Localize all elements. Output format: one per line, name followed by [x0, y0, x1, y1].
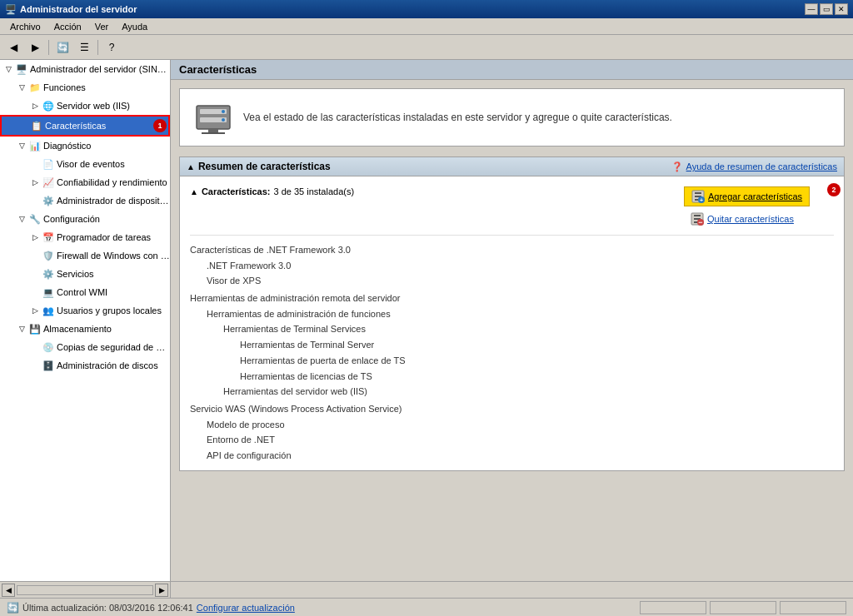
sidebar-item-copias[interactable]: 💿 Copias de seguridad de Win — [0, 338, 170, 356]
back-button[interactable]: ◀ — [3, 38, 23, 57]
confiabilidad-icon: 📈 — [42, 176, 55, 189]
help-link[interactable]: ❓ Ayuda de resumen de características — [671, 161, 837, 172]
forward-button[interactable]: ▶ — [25, 38, 45, 57]
sidebar-scroll: ◀ ▶ — [0, 582, 171, 598]
sidebar-item-confiabilidad[interactable]: ▷ 📈 Confiabilidad y rendimiento — [0, 173, 170, 191]
sidebar-item-programador[interactable]: ▷ 📅 Programador de tareas — [0, 228, 170, 246]
expand-programador[interactable]: ▷ — [28, 233, 42, 241]
sidebar-label-firewall: Firewall de Windows con se — [57, 251, 170, 261]
almacenamiento-icon: 💾 — [28, 322, 42, 335]
expand-usuarios[interactable]: ▷ — [28, 306, 42, 315]
sidebar-item-firewall[interactable]: 🛡️ Firewall de Windows con se — [0, 246, 170, 265]
help-icon: ❓ — [671, 161, 683, 172]
remove-characteristics-button[interactable]: − Quitar características — [684, 210, 834, 228]
scroll-right-button[interactable]: ▶ — [155, 584, 168, 597]
svg-text:−: − — [698, 218, 702, 226]
sidebar-label-configuracion: Configuración — [43, 214, 100, 224]
sidebar-label-caracteristicas: Características — [45, 121, 106, 131]
section-header: ▲ Resumen de características ❓ Ayuda de … — [179, 156, 845, 176]
menu-ver[interactable]: Ver — [88, 20, 116, 33]
scroll-left-button[interactable]: ◀ — [2, 584, 15, 597]
add-button-label: Agregar características — [708, 191, 802, 201]
sidebar-item-wmi[interactable]: 💻 Control WMI — [0, 283, 170, 301]
content-title: Características — [179, 63, 257, 76]
expand-servicios[interactable] — [28, 270, 42, 278]
sidebar-label-confiabilidad: Confiabilidad y rendimiento — [57, 177, 167, 187]
svg-rect-14 — [694, 215, 701, 216]
sidebar-item-root[interactable]: ▽ 🖥️ Administrador del servidor (SINTES) — [0, 60, 170, 78]
expand-servidor-web[interactable]: ▷ — [28, 102, 42, 110]
root-icon: 🖥️ — [15, 62, 28, 76]
toolbar: ◀ ▶ 🔄 ☰ ? — [0, 35, 853, 60]
sidebar-label-servicios: Servicios — [57, 269, 94, 279]
sidebar-item-diagnostico[interactable]: ▽ 📊 Diagnóstico — [0, 137, 170, 155]
expand-visor[interactable] — [28, 160, 42, 168]
copias-icon: 💿 — [42, 340, 55, 354]
menu-accion[interactable]: Acción — [47, 20, 88, 33]
sidebar-label-usuarios: Usuarios y grupos locales — [57, 306, 162, 315]
section-title: Resumen de características — [198, 161, 331, 172]
sidebar-item-admin-disp[interactable]: ⚙️ Administrador de dispositivos — [0, 191, 170, 210]
action-buttons: + Agregar características 2 — [684, 186, 834, 228]
badge-1: 1 — [153, 119, 167, 132]
sidebar-item-servidor-web[interactable]: ▷ 🌐 Servidor web (IIS) — [0, 97, 170, 115]
diagnostico-icon: 📊 — [28, 139, 42, 152]
admin-disp-icon: ⚙️ — [42, 194, 55, 207]
menu-ayuda[interactable]: Ayuda — [115, 20, 154, 33]
features-list: Características de .NET Framework 3.0 .N… — [190, 242, 834, 464]
banner-text: Vea el estado de las características ins… — [243, 112, 672, 123]
close-button[interactable]: ✕ — [835, 3, 848, 15]
view-button[interactable]: ☰ — [74, 38, 94, 57]
svg-point-4 — [222, 118, 225, 122]
window-controls: — ▭ ✕ — [805, 3, 848, 15]
horizontal-scrollbar[interactable] — [17, 585, 153, 595]
sidebar-item-almacenamiento[interactable]: ▽ 💾 Almacenamiento — [0, 320, 170, 338]
restore-button[interactable]: ▭ — [820, 3, 833, 15]
firewall-icon: 🛡️ — [42, 249, 55, 262]
expand-caracteristicas[interactable] — [17, 122, 30, 130]
minimize-button[interactable]: — — [805, 3, 818, 15]
expand-funciones[interactable]: ▽ — [15, 83, 28, 92]
expand-almacenamiento[interactable]: ▽ — [15, 325, 28, 333]
help-button[interactable]: ? — [102, 38, 122, 57]
expand-firewall[interactable] — [28, 251, 42, 260]
expand-diagnostico[interactable]: ▽ — [15, 142, 28, 150]
was-label: Servicio WAS (Windows Process Activation… — [190, 401, 834, 417]
funciones-icon: 📁 — [28, 81, 42, 94]
menu-archivo[interactable]: Archivo — [3, 20, 47, 33]
sidebar-label-funciones: Funciones — [43, 82, 86, 92]
configure-update-link[interactable]: Configurar actualización — [197, 603, 295, 613]
status-panel-3 — [780, 601, 846, 614]
configuracion-icon: 🔧 — [28, 212, 42, 226]
collapse-icon[interactable]: ▲ — [187, 162, 195, 171]
servidor-web-icon: 🌐 — [42, 99, 55, 112]
sidebar-label-servidor-web: Servidor web (IIS) — [57, 101, 130, 111]
expand-admin-disp[interactable] — [28, 196, 42, 205]
terminal-services-item: Herramientas de Terminal Services — [190, 321, 834, 337]
server-icon-large — [193, 97, 233, 137]
expand-wmi[interactable] — [28, 288, 42, 296]
sidebar-item-configuracion[interactable]: ▽ 🔧 Configuración — [0, 210, 170, 228]
terminal-server-item: Herramientas de Terminal Server — [190, 337, 834, 353]
collapse-icon2[interactable]: ▲ — [190, 187, 198, 196]
sidebar-item-caracteristicas[interactable]: 📋 Características 1 — [0, 115, 170, 137]
sidebar-item-usuarios[interactable]: ▷ 👥 Usuarios y grupos locales — [0, 301, 170, 320]
menu-bar: Archivo Acción Ver Ayuda — [0, 18, 853, 35]
expand-configuracion[interactable]: ▽ — [15, 215, 28, 223]
help-link-text[interactable]: Ayuda de resumen de características — [686, 161, 837, 171]
sidebar-item-visor-eventos[interactable]: 📄 Visor de eventos — [0, 155, 170, 173]
refresh-button[interactable]: 🔄 — [52, 38, 72, 57]
sidebar-item-funciones[interactable]: ▽ 📁 Funciones — [0, 78, 170, 97]
svg-rect-8 — [695, 192, 701, 194]
expand-root[interactable]: ▽ — [2, 65, 15, 73]
sidebar-item-admin-discos[interactable]: 🗄️ Administración de discos — [0, 356, 170, 375]
expand-admin-discos[interactable] — [28, 361, 42, 370]
add-characteristics-button[interactable]: + Agregar características — [684, 186, 810, 206]
feature-group-net: Características de .NET Framework 3.0 .N… — [190, 242, 834, 289]
sidebar-label-admin-disp: Administrador de dispositivos — [57, 196, 170, 206]
expand-confiabilidad[interactable]: ▷ — [28, 178, 42, 186]
sidebar-item-servicios[interactable]: ⚙️ Servicios — [0, 265, 170, 283]
sidebar-label-root: Administrador del servidor (SINTES) — [30, 64, 170, 74]
expand-copias[interactable] — [28, 343, 42, 351]
main-layout: ▽ 🖥️ Administrador del servidor (SINTES)… — [0, 60, 853, 581]
